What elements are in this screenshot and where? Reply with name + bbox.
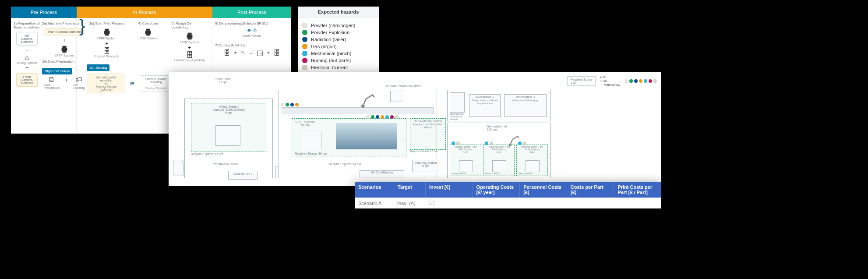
svg-rect-6 xyxy=(145,31,151,34)
edm-machine-icon xyxy=(492,160,506,172)
phase-post: Post-Process xyxy=(212,7,291,18)
svg-point-12 xyxy=(361,104,365,108)
old-substrate-box: Old Substrat-plattform xyxy=(16,32,38,46)
robot-arm-icon xyxy=(360,92,378,108)
generation-hall-label: Generation hall113 qm xyxy=(487,125,507,131)
unclamp-label: Unclamping & packing xyxy=(174,59,205,62)
powder-res-label: Powder Reservoir xyxy=(95,55,119,58)
depowdering-zone: Depowdering Station Example: 3 qm Soluko… xyxy=(410,118,446,150)
milling-machine-icon xyxy=(215,125,240,146)
air-conditioning: Air-Conditioning xyxy=(360,170,404,177)
svg-rect-5 xyxy=(105,34,109,36)
lpbf-zone: L-PBF System20 qm Required Space: 30 qm xyxy=(292,118,406,156)
depowder-required: Required Space: 10 qm xyxy=(410,150,438,152)
plus-icon: + xyxy=(105,41,108,47)
hazard-dot-icon xyxy=(302,30,307,35)
pre-process-column: 1) Preparation of Substratplattform Old … xyxy=(11,18,77,134)
hazard-item: Powder (carcinogen) xyxy=(302,23,374,28)
edm-machine-icon xyxy=(459,160,473,172)
hazard-item: Powder Explosion xyxy=(302,30,374,35)
total-space-label: Total Space27 qm xyxy=(215,78,231,84)
printer-icon xyxy=(102,27,112,37)
or-label: OR xyxy=(130,82,134,85)
lpbf-label: LPBF-System xyxy=(55,54,74,57)
printer-icon xyxy=(59,44,70,54)
milling-icon: ⌂ xyxy=(25,54,29,61)
table-row: Scenario A max. (A) 5.7 xyxy=(355,198,661,208)
sieving-external-box: external powder recycling ▭ Sieving Syst… xyxy=(140,75,172,92)
hazard-item: Electrical Current xyxy=(302,65,374,70)
plus-icon: + xyxy=(267,50,270,56)
database-icon: 🗄 xyxy=(273,49,280,57)
col-personnel: Personnel Costs [€] xyxy=(520,182,567,198)
hazards-list: Powder (carcinogen) Powder Explosion Rad… xyxy=(298,18,379,75)
prep-room-label: Preparation Room xyxy=(213,162,238,166)
step-6: 6) De-powdering (Solukon SF101) xyxy=(215,21,289,25)
main-required-space: Required Space: 94 qm xyxy=(329,162,361,166)
hazard-dot-icon xyxy=(302,58,307,63)
col-scenarios: Scenarios xyxy=(355,182,394,198)
phase-in: In-Process xyxy=(77,7,212,18)
lpbf-label: LPBF-System xyxy=(180,41,199,44)
col-printcpp: Print Costs per Part [€ / Part] xyxy=(614,182,661,198)
brace-icon: } xyxy=(79,21,85,31)
separator-label: Separater Wärmetauscher xyxy=(385,85,421,88)
hazard-dot-icon xyxy=(302,23,307,28)
plus-icon: + xyxy=(25,47,28,53)
phase-pre: Pre-Process xyxy=(11,7,77,18)
hazard-dot-icon xyxy=(302,37,307,42)
col-invest: Invest [€] xyxy=(426,182,473,198)
workstation-1: Workstation 1 xyxy=(228,171,258,180)
sparkle-icon: ✦✧ xyxy=(246,27,258,34)
step-7: 7) Cutting Build Job xyxy=(215,43,289,47)
cost-table-card: Scenarios Target Invest [€] Operating Co… xyxy=(355,182,661,208)
printer-icon xyxy=(143,27,153,37)
machine-icon: ⌂ xyxy=(240,49,245,57)
milling-zone: Milling System Example: DMG DMU50 9 qm xyxy=(191,103,266,152)
floorplan-drawing: Total Space27 qm Milling System Example:… xyxy=(171,77,659,182)
digital-workflow-chip: Digital Workflow xyxy=(42,68,72,74)
hazard-item: Burning (hot parts) xyxy=(302,58,374,63)
cell-scenario: Scenario A xyxy=(355,198,394,208)
step-4: 4) Cooldown xyxy=(138,21,158,25)
cleaning-station: Cleaning Station0 qm xyxy=(412,160,439,172)
col-target: Target xyxy=(394,182,426,198)
svg-rect-8 xyxy=(146,34,150,36)
database-icon: 🗄 xyxy=(103,48,110,55)
edm-machine-icon xyxy=(526,160,540,172)
hazard-item: Gas (argon) xyxy=(302,44,374,49)
svg-rect-0 xyxy=(61,48,67,51)
database-icon: 🗄 xyxy=(223,49,230,57)
hazards-title: Expected hazards xyxy=(298,7,379,18)
saw-note: Band Saw (not used, just for storage) xyxy=(450,113,467,120)
part-icon: ◳ xyxy=(257,49,263,57)
step-1: 1) Preparation of Substratplattform xyxy=(14,21,40,29)
svg-rect-3 xyxy=(104,31,109,34)
hazard-dot-icon xyxy=(302,51,307,56)
heat-exchanger-icon xyxy=(390,91,404,102)
cell-target: max. (A) xyxy=(394,198,425,208)
cell-invest: 5.7 xyxy=(425,198,472,208)
depowder-title: Depowdering Station Example: 3 qm Soluko… xyxy=(410,119,445,130)
hazard-dot-icon xyxy=(302,65,307,70)
fresh-substrate-box: Fresh Substrat-plattform xyxy=(16,73,38,87)
phase-header-row: Pre-Process In-Process Post-Process xyxy=(11,7,291,18)
cost-table-header: Scenarios Target Invest [€] Operating Co… xyxy=(355,182,661,198)
plus-icon: + xyxy=(234,50,237,56)
workstation-2: Workstation 2(Design review of surfaces)… xyxy=(469,94,501,117)
milling-title: Milling System Example: DMG DMU50 9 qm xyxy=(191,103,266,114)
equals-icon: = xyxy=(25,65,28,71)
step-3a: 3a) Start Print Process xyxy=(89,21,124,25)
milling-label: Milling System xyxy=(17,61,37,64)
plus-icon: + xyxy=(188,45,191,51)
lpbf-required: Required Space: 30 qm xyxy=(295,152,327,155)
col-operating: Operating Costs [€/ year] xyxy=(473,182,520,198)
database-icon: 🗄 xyxy=(186,52,193,59)
svg-rect-2 xyxy=(62,51,66,53)
lpbf-title: L-PBF System20 qm xyxy=(295,120,314,127)
svg-rect-4 xyxy=(105,29,109,31)
lpbf-unit-1 xyxy=(301,132,321,150)
dataprep-label: Data Preparation xyxy=(44,83,60,89)
workstation-3: Workstation 3(Heat control & Packaging) xyxy=(504,94,547,117)
sieving-internal-box: internal powder recycling ▭ Sieving Syst… xyxy=(88,74,124,93)
